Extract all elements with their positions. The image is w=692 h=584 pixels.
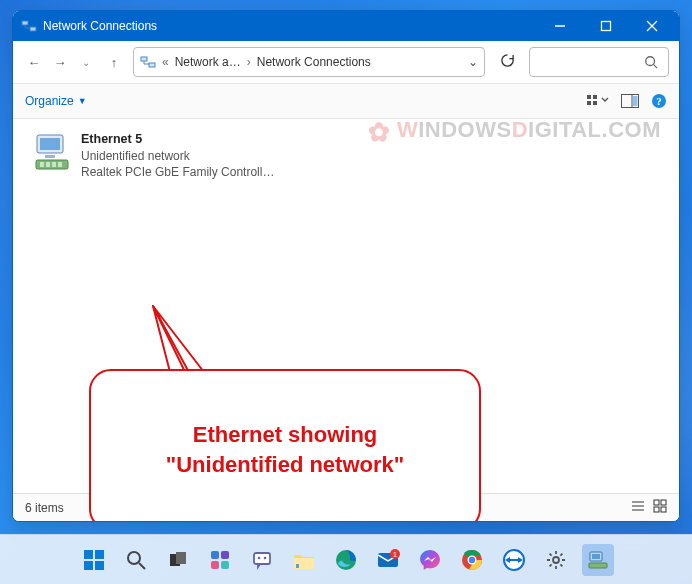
titlebar[interactable]: Network Connections bbox=[13, 11, 679, 41]
svg-rect-34 bbox=[84, 550, 93, 559]
adapter-device: Realtek PCIe GbE Family Controll… bbox=[81, 164, 281, 180]
svg-rect-36 bbox=[84, 561, 93, 570]
address-bar[interactable]: « Network a… › Network Connections ⌄ bbox=[133, 47, 485, 77]
content-area[interactable]: ✿ WINDOWSDIGITAL.COM Ethernet 5 Unidenti bbox=[13, 119, 679, 493]
back-button[interactable]: ← bbox=[23, 55, 45, 70]
details-view-button[interactable] bbox=[631, 499, 645, 516]
settings-button[interactable] bbox=[540, 544, 572, 576]
network-adapter-item[interactable]: Ethernet 5 Unidentified network Realtek … bbox=[27, 127, 287, 184]
location-icon bbox=[140, 54, 156, 70]
window-icon bbox=[21, 18, 37, 34]
window-title: Network Connections bbox=[43, 19, 157, 33]
svg-rect-43 bbox=[221, 551, 229, 559]
svg-rect-30 bbox=[654, 500, 659, 505]
svg-rect-31 bbox=[661, 500, 666, 505]
svg-rect-25 bbox=[52, 162, 56, 167]
breadcrumb-segment[interactable]: Network Connections bbox=[257, 55, 371, 69]
organize-menu[interactable]: Organize ▼ bbox=[25, 94, 87, 108]
chevron-right-icon: › bbox=[247, 55, 251, 69]
svg-rect-42 bbox=[211, 551, 219, 559]
chevron-down-icon: ▼ bbox=[78, 96, 87, 106]
svg-point-8 bbox=[646, 57, 655, 66]
annotation-callout: Ethernet showing "Unidentified network" bbox=[89, 369, 481, 522]
file-explorer-button[interactable] bbox=[288, 544, 320, 576]
svg-rect-20 bbox=[40, 138, 60, 150]
minimize-button[interactable] bbox=[537, 11, 583, 41]
svg-point-47 bbox=[258, 556, 261, 559]
svg-rect-23 bbox=[40, 162, 44, 167]
refresh-button[interactable] bbox=[493, 53, 521, 71]
svg-rect-37 bbox=[95, 561, 104, 570]
adapter-status: Unidentified network bbox=[81, 148, 281, 164]
mail-button[interactable]: 1 bbox=[372, 544, 404, 576]
command-bar: Organize ▼ ? bbox=[13, 83, 679, 119]
svg-point-38 bbox=[128, 552, 140, 564]
svg-text:?: ? bbox=[656, 95, 662, 107]
svg-text:1: 1 bbox=[393, 551, 397, 558]
svg-rect-44 bbox=[211, 561, 219, 569]
svg-rect-41 bbox=[176, 552, 186, 564]
teamviewer-button[interactable] bbox=[498, 544, 530, 576]
icons-view-button[interactable] bbox=[653, 499, 667, 516]
svg-rect-12 bbox=[587, 101, 591, 105]
forward-button[interactable]: → bbox=[49, 55, 71, 70]
widgets-button[interactable] bbox=[204, 544, 236, 576]
svg-rect-6 bbox=[141, 57, 147, 61]
help-button[interactable]: ? bbox=[651, 93, 667, 109]
view-options-button[interactable] bbox=[587, 93, 609, 109]
up-button[interactable]: ↑ bbox=[103, 55, 125, 70]
svg-rect-16 bbox=[633, 96, 638, 106]
watermark: ✿ WINDOWSDIGITAL.COM bbox=[368, 117, 661, 148]
svg-rect-61 bbox=[592, 554, 600, 559]
svg-rect-50 bbox=[296, 564, 299, 568]
edge-button[interactable] bbox=[330, 544, 362, 576]
navigation-bar: ← → ⌄ ↑ « Network a… › Network Connectio… bbox=[13, 41, 679, 83]
svg-rect-21 bbox=[45, 155, 55, 158]
breadcrumb-segment[interactable]: Network a… bbox=[175, 55, 241, 69]
svg-line-9 bbox=[654, 65, 658, 69]
chat-button[interactable] bbox=[246, 544, 278, 576]
network-connections-taskbar-button[interactable] bbox=[582, 544, 614, 576]
svg-rect-26 bbox=[58, 162, 62, 167]
preview-pane-button[interactable] bbox=[621, 94, 639, 108]
svg-point-48 bbox=[264, 556, 267, 559]
taskbar-search[interactable] bbox=[120, 544, 152, 576]
item-count: 6 items bbox=[25, 501, 64, 515]
svg-rect-46 bbox=[254, 553, 270, 564]
svg-rect-10 bbox=[587, 95, 591, 99]
history-dropdown[interactable]: ⌄ bbox=[75, 57, 97, 68]
close-button[interactable] bbox=[629, 11, 675, 41]
svg-rect-35 bbox=[95, 550, 104, 559]
svg-rect-0 bbox=[22, 21, 28, 25]
svg-rect-62 bbox=[589, 563, 607, 568]
search-icon bbox=[644, 55, 658, 69]
network-connections-window: Network Connections ← → ⌄ ↑ « Network a…… bbox=[12, 10, 680, 522]
address-dropdown[interactable]: ⌄ bbox=[468, 55, 478, 69]
svg-point-57 bbox=[469, 556, 475, 562]
svg-rect-13 bbox=[593, 101, 597, 105]
taskbar[interactable]: 1 bbox=[0, 534, 692, 584]
svg-rect-45 bbox=[221, 561, 229, 569]
svg-rect-3 bbox=[602, 22, 611, 31]
svg-rect-33 bbox=[661, 507, 666, 512]
adapter-name: Ethernet 5 bbox=[81, 132, 142, 146]
ethernet-icon bbox=[31, 131, 73, 173]
maximize-button[interactable] bbox=[583, 11, 629, 41]
chrome-button[interactable] bbox=[456, 544, 488, 576]
task-view-button[interactable] bbox=[162, 544, 194, 576]
svg-rect-7 bbox=[149, 63, 155, 67]
svg-line-39 bbox=[139, 563, 145, 569]
svg-rect-32 bbox=[654, 507, 659, 512]
svg-rect-11 bbox=[593, 95, 597, 99]
search-box[interactable] bbox=[529, 47, 669, 77]
svg-rect-1 bbox=[30, 27, 36, 31]
svg-point-59 bbox=[553, 557, 559, 563]
messenger-button[interactable] bbox=[414, 544, 446, 576]
start-button[interactable] bbox=[78, 544, 110, 576]
svg-rect-24 bbox=[46, 162, 50, 167]
